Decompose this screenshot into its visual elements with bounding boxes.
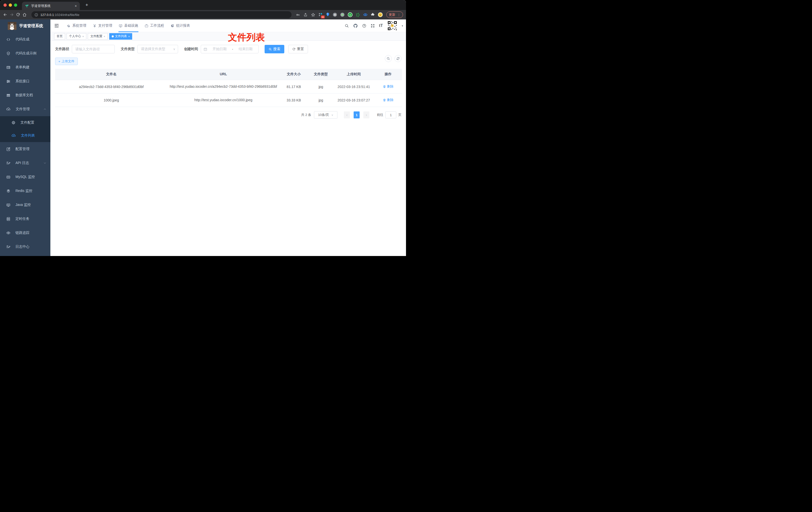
browser-tab[interactable]: 芋道管理系统 × xyxy=(22,2,80,10)
update-label: 更新 xyxy=(389,12,395,17)
page-size-select[interactable]: 10条/页 ∨ xyxy=(314,111,338,119)
tab-favicon-plant-icon xyxy=(25,4,29,8)
file-type-select[interactable]: 请选择文件类型 ∨ xyxy=(137,45,178,53)
delete-button[interactable]: 删除 xyxy=(383,98,394,102)
chrome-update-pill[interactable]: 更新 ⋮ xyxy=(386,11,403,18)
extension-balloon-icon[interactable] xyxy=(326,12,330,17)
sidebar-item-api-log[interactable]: API 日志 xyxy=(0,156,50,170)
nav-system-management[interactable]: 系统管理 xyxy=(64,20,90,32)
range-separator: - xyxy=(232,47,233,51)
back-icon[interactable] xyxy=(3,12,9,17)
start-date-placeholder[interactable]: 开始日期 xyxy=(209,47,230,51)
show-search-toggle-icon[interactable] xyxy=(385,55,392,62)
zoom-window-button[interactable] xyxy=(14,3,17,7)
close-icon[interactable]: × xyxy=(82,35,84,38)
page-number-active[interactable]: 1 xyxy=(354,112,359,118)
sidebar-item-mysql-monitor[interactable]: MySQL 监控 xyxy=(0,170,50,184)
nav-payment-management[interactable]: 支付管理 xyxy=(90,20,115,32)
close-icon[interactable]: × xyxy=(128,35,130,38)
sidebar-item-file-list[interactable]: 文件列表 xyxy=(0,129,50,142)
sidebar-item-tracing[interactable]: 链路追踪 xyxy=(0,226,50,240)
reset-button[interactable]: 重置 xyxy=(288,45,308,53)
browser-menu-icon[interactable]: ⋮ xyxy=(397,13,401,17)
tab-close-icon[interactable]: × xyxy=(75,4,77,8)
delete-button[interactable]: 删除 xyxy=(383,84,394,89)
bookmark-star-icon[interactable] xyxy=(311,13,315,17)
nav-infrastructure[interactable]: 基础设施 xyxy=(115,20,141,32)
tag-profile[interactable]: 个人中心 × xyxy=(66,33,86,40)
svg-text:y: y xyxy=(350,13,351,16)
extension-eye-icon[interactable] xyxy=(363,12,368,17)
sidebar-item-form-builder[interactable]: 表单构建 xyxy=(0,60,50,74)
github-icon[interactable] xyxy=(353,24,358,28)
table-row[interactable]: a294ecb2-73dd-4353-bf40-296b8931d0bf htt… xyxy=(55,80,402,93)
upload-file-button[interactable]: + 上传文件 xyxy=(55,58,78,65)
app-header: 系统管理 支付管理 基础设施 工作流程 xyxy=(50,20,406,32)
font-size-icon[interactable]: tT xyxy=(379,24,383,28)
table-filled-icon xyxy=(6,93,10,97)
tag-home[interactable]: 首页 xyxy=(54,33,65,40)
extension-grid-icon[interactable]: 11 xyxy=(318,12,323,17)
browser-tabstrip: 芋道管理系统 × + xyxy=(0,0,406,10)
end-date-placeholder[interactable]: 结束日期 xyxy=(235,47,256,51)
cell-url: http://test.yudao.iocoder.cn/a294ecb2-73… xyxy=(168,84,279,89)
nav-statistics[interactable]: 统计报表 xyxy=(167,20,193,32)
forward-icon[interactable] xyxy=(9,12,16,17)
clock-book-icon xyxy=(6,217,10,221)
extension-emoji-icon[interactable] xyxy=(378,12,383,17)
share-icon[interactable] xyxy=(303,13,308,17)
sidebar-item-config-management[interactable]: 配置管理 xyxy=(0,142,50,156)
search-icon[interactable] xyxy=(345,24,349,28)
sidebar-item-file-management[interactable]: 文件管理 xyxy=(0,102,50,116)
caret-down-icon[interactable]: ▾ xyxy=(402,24,403,27)
search-button[interactable]: 搜索 xyxy=(265,45,284,53)
nav-workflow[interactable]: 工作流程 xyxy=(141,20,167,32)
file-table: 文件名 URL 文件大小 文件类型 上传时间 操作 a294ecb2-73dd-… xyxy=(55,69,402,107)
sidebar-collapse-icon[interactable] xyxy=(54,23,59,28)
shield-check-icon xyxy=(6,51,10,56)
sidebar-logo[interactable]: 芋道管理系统 xyxy=(0,20,50,32)
tag-file-list[interactable]: 文件列表 × xyxy=(109,33,132,40)
close-window-button[interactable] xyxy=(3,3,7,7)
col-header-type: 文件类型 xyxy=(308,72,333,77)
sidebar-item-code-gen-demo[interactable]: 代码生成示例 xyxy=(0,47,50,60)
table-header-row: 文件名 URL 文件大小 文件类型 上传时间 操作 xyxy=(55,69,402,80)
logo-rabbit-avatar xyxy=(8,22,17,30)
tag-file-config[interactable]: 文件配置 × xyxy=(88,33,108,40)
cell-size: 81.17 KB xyxy=(279,85,309,89)
reload-icon[interactable] xyxy=(16,13,23,17)
extension-puzzle-icon[interactable] xyxy=(371,13,375,17)
sidebar-item-log-center[interactable]: 日志中心 xyxy=(0,240,50,254)
sidebar-item-java-monitor[interactable]: Java 监控 xyxy=(0,198,50,212)
goto-page-input[interactable] xyxy=(385,112,396,118)
goto-label: 前往 xyxy=(377,113,383,117)
file-path-input[interactable] xyxy=(72,47,114,51)
password-key-icon[interactable] xyxy=(296,13,300,17)
close-icon[interactable]: × xyxy=(104,35,105,38)
home-icon[interactable] xyxy=(23,13,29,17)
table-row[interactable]: 1000.jpeg http://test.yudao.iocoder.cn/1… xyxy=(55,93,402,107)
url-bar[interactable]: 127.0.0.1:1024/infra/file/file xyxy=(31,11,292,18)
date-range-picker[interactable]: 开始日期 - 结束日期 xyxy=(201,45,259,53)
next-page-button[interactable]: › xyxy=(364,112,369,118)
briefcase-icon xyxy=(145,24,148,28)
extension-green-star-icon[interactable] xyxy=(356,12,360,17)
minimize-window-button[interactable] xyxy=(9,3,12,7)
sidebar-item-redis-monitor[interactable]: Redis 监控 xyxy=(0,184,50,198)
extension-command-icon[interactable]: ⌘ xyxy=(333,12,337,17)
sidebar-item-db-doc[interactable]: 数据库文档 xyxy=(0,88,50,102)
fullscreen-icon[interactable] xyxy=(371,24,375,28)
sidebar-item-scheduled-tasks[interactable]: 定时任务 xyxy=(0,212,50,226)
prev-page-button[interactable]: ‹ xyxy=(344,112,350,118)
site-info-icon[interactable] xyxy=(34,13,38,17)
new-tab-button[interactable]: + xyxy=(84,2,90,8)
avatar[interactable] xyxy=(387,21,398,31)
sidebar-item-code-gen[interactable]: 代码生成 xyxy=(0,32,50,47)
sidebar-item-system-api[interactable]: 系统接口 xyxy=(0,74,50,88)
refresh-table-icon[interactable] xyxy=(395,55,402,62)
extension-gray-circle-icon[interactable] xyxy=(340,12,345,17)
extension-y-green-icon[interactable]: y xyxy=(348,12,353,17)
help-icon[interactable] xyxy=(362,24,366,28)
sidebar-item-file-config[interactable]: 文件配置 xyxy=(0,116,50,129)
layers-icon xyxy=(6,189,10,193)
